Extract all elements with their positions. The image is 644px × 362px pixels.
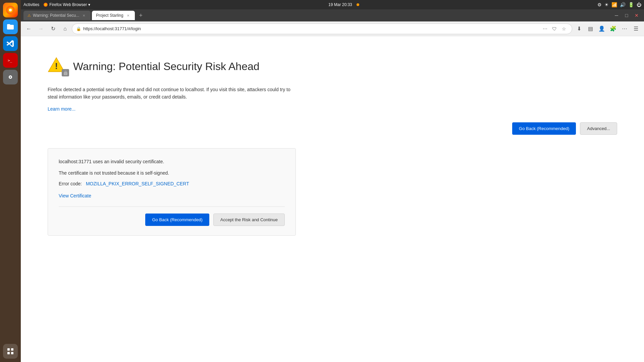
taskbar-bottom xyxy=(3,344,18,359)
svg-point-2 xyxy=(9,9,12,11)
tab-bar: ⚠ Warning: Potential Secu... ✕ Project S… xyxy=(23,11,612,20)
system-bar-left: Activities Firefox Web Browser ▾ xyxy=(23,2,90,7)
learn-more-link[interactable]: Learn more... xyxy=(48,106,75,112)
app-grid-button[interactable] xyxy=(3,344,18,359)
overflow-icon[interactable]: ⋯ xyxy=(619,23,630,34)
lock-overlay-icon xyxy=(62,69,69,76)
lock-icon: 🔒 xyxy=(76,26,81,31)
taskbar-terminal[interactable]: >_ xyxy=(3,53,18,68)
reload-button[interactable]: ↻ xyxy=(48,23,58,34)
address-bar-icons: ⋯ 🛡 ☆ xyxy=(541,25,568,33)
pocket-icon[interactable]: 🛡 xyxy=(550,25,558,33)
menu-button[interactable]: ☰ xyxy=(631,23,641,34)
svg-rect-10 xyxy=(7,352,10,354)
address-bar[interactable]: 🔒 https://localhost:31771/#/login ⋯ 🛡 ☆ xyxy=(72,23,572,34)
bookmark-icon[interactable]: ☆ xyxy=(560,25,568,33)
settings-tray-icon[interactable]: ⚙ xyxy=(597,2,602,7)
datetime: 19 Mar 20:33 xyxy=(328,2,352,7)
starling-tab-label: Project Starling xyxy=(96,13,123,18)
back-button[interactable]: ← xyxy=(23,23,34,34)
power-icon[interactable]: ⏻ xyxy=(637,2,641,7)
go-back-main-button[interactable]: Go Back (Recommended) xyxy=(512,122,576,135)
activities-label[interactable]: Activities xyxy=(23,2,39,7)
error-label: Error code: xyxy=(59,181,82,186)
taskbar-software[interactable] xyxy=(3,70,18,84)
taskbar-files[interactable] xyxy=(3,19,18,34)
svg-point-7 xyxy=(10,76,11,78)
cert-invalid-text: localhost:31771 uses an invalid security… xyxy=(59,158,285,165)
go-back-panel-button[interactable]: Go Back (Recommended) xyxy=(145,214,209,226)
container-icon[interactable]: ▤ xyxy=(585,23,596,34)
window-controls: ─ □ ✕ xyxy=(612,11,641,20)
home-button[interactable]: ⌂ xyxy=(60,23,70,34)
new-tab-button[interactable]: + xyxy=(136,11,146,20)
url-text: https://localhost:31771/#/login xyxy=(83,26,539,31)
download-icon[interactable]: ⬇ xyxy=(574,23,584,34)
firefox-window: ⚠ Warning: Potential Secu... ✕ Project S… xyxy=(21,9,644,362)
close-button[interactable]: ✕ xyxy=(632,11,641,20)
reader-mode-icon[interactable]: ⋯ xyxy=(541,25,549,33)
starling-tab-close[interactable]: ✕ xyxy=(125,13,131,18)
svg-text:>_: >_ xyxy=(8,58,12,63)
maximize-button[interactable]: □ xyxy=(622,11,631,20)
panel-footer: Go Back (Recommended) Accept the Risk an… xyxy=(59,206,285,226)
warning-tab-icon: ⚠ xyxy=(28,13,31,18)
volume-icon[interactable]: 🔊 xyxy=(620,2,626,7)
battery-icon[interactable]: 🔋 xyxy=(628,2,634,7)
account-icon[interactable]: 👤 xyxy=(596,23,607,34)
warning-title: Warning: Potential Security Risk Ahead xyxy=(73,60,260,73)
brightness-icon[interactable]: ☀ xyxy=(604,2,609,7)
warning-tab-label: Warning: Potential Secu... xyxy=(33,13,79,18)
error-code-link[interactable]: MOZILLA_PKIX_ERROR_SELF_SIGNED_CERT xyxy=(86,181,189,186)
wifi-icon[interactable]: 📶 xyxy=(611,2,617,7)
svg-text:!: ! xyxy=(55,61,58,71)
browser-menu[interactable]: Firefox Web Browser ▾ xyxy=(43,2,90,7)
error-code-line: Error code: MOZILLA_PKIX_ERROR_SELF_SIGN… xyxy=(59,181,285,186)
forward-button[interactable]: → xyxy=(36,23,46,34)
warning-description: Firefox detected a potential security th… xyxy=(48,86,296,101)
taskbar-firefox[interactable] xyxy=(3,3,18,17)
taskbar-vscode[interactable] xyxy=(3,36,18,51)
title-bar: ⚠ Warning: Potential Secu... ✕ Project S… xyxy=(21,9,644,21)
svg-point-13 xyxy=(44,3,47,6)
svg-rect-8 xyxy=(7,348,10,351)
system-bar: Activities Firefox Web Browser ▾ 19 Mar … xyxy=(21,0,644,9)
warning-tab-close[interactable]: ✕ xyxy=(81,13,87,18)
advanced-panel: localhost:31771 uses an invalid security… xyxy=(48,148,296,236)
cert-self-signed-text: The certificate is not trusted because i… xyxy=(59,169,285,177)
svg-rect-9 xyxy=(11,348,13,351)
advanced-button[interactable]: Advanced... xyxy=(580,122,617,135)
svg-rect-16 xyxy=(64,72,67,75)
minimize-button[interactable]: ─ xyxy=(612,11,621,20)
extensions-icon[interactable]: 🧩 xyxy=(608,23,619,34)
main-buttons-row: Go Back (Recommended) Advanced... xyxy=(362,122,617,135)
view-certificate-link[interactable]: View Certificate xyxy=(59,193,285,198)
tab-starling[interactable]: Project Starling ✕ xyxy=(92,11,135,20)
system-bar-center: 19 Mar 20:33 xyxy=(90,2,597,7)
nav-tools: ⬇ ▤ 👤 🧩 ⋯ ☰ xyxy=(574,23,641,34)
nav-bar: ← → ↻ ⌂ 🔒 https://localhost:31771/#/logi… xyxy=(21,21,644,36)
warning-icon-wrap: ! xyxy=(48,56,68,76)
firefox-small-icon xyxy=(43,2,48,7)
svg-rect-11 xyxy=(11,352,13,354)
accept-risk-button[interactable]: Accept the Risk and Continue xyxy=(213,214,285,226)
taskbar: >_ xyxy=(0,0,21,362)
notification-dot xyxy=(357,3,359,6)
warning-header: ! Warning: Potential Security Risk Ahead xyxy=(48,56,260,76)
page-content: ! Warning: Potential Security Risk Ahead… xyxy=(21,36,644,362)
system-tray: ⚙ ☀ 📶 🔊 🔋 ⏻ xyxy=(597,2,641,7)
tab-warning[interactable]: ⚠ Warning: Potential Secu... ✕ xyxy=(23,11,91,20)
